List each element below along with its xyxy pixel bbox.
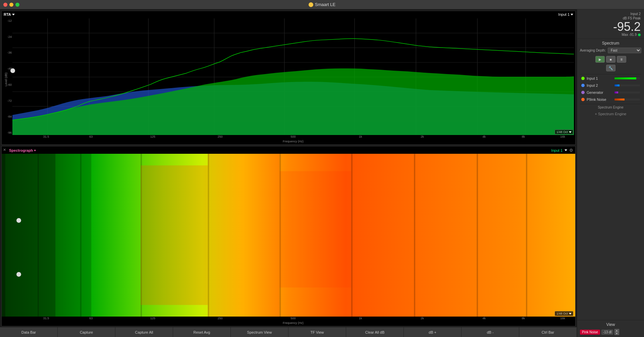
spectrograph-display (2, 154, 575, 317)
add-spectrum-engine-button[interactable]: + Spectrum Engine (580, 111, 641, 117)
tf-view-button[interactable]: TF View (288, 327, 346, 337)
app-icon (309, 2, 313, 7)
pink-noise-button[interactable]: Pink Noise (580, 330, 600, 335)
spectro-header: Spectrograph ♥ Input 1 ⚙ (4, 148, 573, 153)
svg-rect-21 (80, 154, 82, 317)
db-value-input[interactable] (601, 330, 613, 335)
level-meter-section: Input 2 dB FS Peak -95.2 Max -91.9 (577, 9, 644, 39)
titlebar: Smaart LE (0, 0, 644, 9)
rta-panel: RTA Input 1 -12 -24 -36 -48 -60 -72 -84 … (1, 11, 576, 145)
settings-button[interactable]: 🔧 (606, 65, 615, 71)
svg-rect-28 (526, 154, 527, 317)
view-controls: Pink Noise ▲ ▼ (580, 329, 641, 335)
main-layout: RTA Input 1 -12 -24 -36 -48 -60 -72 -84 … (0, 9, 644, 337)
spectro-x-axis: 31.5 63 125 250 500 1k 2k 4k 8k 16k Freq… (12, 317, 574, 326)
input1-meter (614, 77, 640, 79)
spectro-gear-icon[interactable]: ⚙ (569, 148, 573, 153)
svg-rect-29 (141, 165, 208, 305)
input1-dot (581, 77, 585, 80)
generator-dot (581, 91, 585, 94)
data-bar-button[interactable]: Data Bar (0, 327, 58, 337)
svg-rect-26 (414, 154, 415, 317)
pink-noise-meter (614, 98, 640, 100)
divider-2 (580, 104, 641, 104)
resolution-dropdown-icon[interactable] (569, 131, 572, 133)
rta-resolution-badge[interactable]: 1/48 Oct (555, 130, 573, 134)
svg-rect-17 (2, 154, 55, 317)
rta-dropdown-icon[interactable] (12, 14, 15, 15)
pink-noise-meter-fill (614, 98, 625, 100)
window-controls[interactable] (3, 3, 19, 7)
spectrum-title: Spectrum (580, 41, 641, 46)
svg-rect-31 (279, 171, 351, 287)
spectrograph-panel: ✕ Spectrograph ♥ Input 1 ⚙ (1, 146, 576, 326)
level-axis-label: Level (dB) (4, 72, 8, 86)
input-dropdown-icon[interactable] (571, 14, 573, 15)
input1-meter-fill (614, 77, 636, 79)
averaging-select[interactable]: Fast Slow 1 2 4 8 16 32 (608, 48, 641, 53)
capture-all-button[interactable]: Capture All (115, 327, 173, 337)
channel-row-generator: Generator (580, 90, 641, 95)
spectro-label: Spectrograph ♥ (9, 148, 36, 153)
svg-rect-20 (38, 154, 39, 317)
transport-controls: ▶ ■ ⏸ (580, 56, 641, 63)
spectrum-view-button[interactable]: Spectrum View (231, 327, 288, 337)
spectrum-section: Spectrum Averaging Depth: Fast Slow 1 2 … (577, 39, 644, 320)
svg-rect-30 (208, 154, 280, 317)
rta-input-select[interactable]: Input 1 (558, 12, 573, 16)
spectro-resolution-dropdown[interactable] (569, 313, 572, 315)
spectrum-engine-label: Spectrum Engine (598, 106, 624, 109)
level-input-label: Input 2 (630, 12, 641, 16)
minimize-button[interactable] (9, 3, 13, 7)
rta-header: RTA Input 1 (4, 12, 573, 16)
svg-rect-27 (477, 154, 478, 317)
channel-row-input1: Input 1 (580, 76, 641, 81)
averaging-row: Averaging Depth: Fast Slow 1 2 4 8 16 32 (580, 48, 641, 53)
spectrum-engine-row: Spectrum Engine (580, 106, 641, 109)
db-decrement-button[interactable]: ▼ (614, 332, 619, 335)
capture-button[interactable]: Capture (58, 327, 115, 337)
svg-rect-18 (55, 154, 91, 317)
input2-meter-fill (614, 84, 620, 86)
generator-meter-fill (614, 91, 618, 93)
spectro-input-dropdown[interactable] (565, 149, 567, 151)
reset-avg-button[interactable]: Reset Avg (173, 327, 231, 337)
level-max-row: Max -91.9 (581, 33, 641, 37)
play-button[interactable]: ▶ (595, 56, 605, 63)
svg-rect-19 (2, 154, 5, 317)
bottom-toolbar: Data Bar Capture Capture All Reset Avg S… (0, 327, 577, 337)
view-section: View Pink Noise ▲ ▼ (577, 320, 644, 337)
rta-label: RTA (4, 12, 15, 16)
ctrl-bar-button[interactable]: Ctrl Bar (519, 327, 577, 337)
spectro-input-label: Input 1 (551, 148, 562, 152)
rta-x-axis: 31.5 63 125 250 500 1k 2k 4k 8k 16k Freq… (12, 135, 574, 144)
input2-dot (581, 84, 585, 87)
generator-meter (614, 91, 640, 93)
close-button[interactable] (3, 3, 7, 7)
maximize-button[interactable] (15, 3, 19, 7)
right-panel: Input 2 dB FS Peak -95.2 Max -91.9 Spect… (577, 9, 644, 337)
level-status-dot (638, 33, 641, 36)
spectro-resolution-badge[interactable]: 1/48 Oct (555, 311, 573, 316)
db-plus-button[interactable]: dB + (404, 327, 462, 337)
view-title: View (580, 322, 641, 327)
clear-all-db-button[interactable]: Clear All dB (346, 327, 404, 337)
db-minus-button[interactable]: dB - (462, 327, 519, 337)
spectro-heart-icon: ♥ (34, 149, 36, 152)
db-stepper: ▲ ▼ (614, 329, 619, 335)
db-increment-button[interactable]: ▲ (614, 329, 619, 332)
wrench-row: 🔧 (580, 65, 641, 71)
rta-chart (12, 18, 574, 135)
stop-button[interactable]: ■ (606, 56, 615, 63)
center-area: RTA Input 1 -12 -24 -36 -48 -60 -72 -84 … (0, 9, 577, 337)
level-input-row: Input 2 (581, 12, 641, 16)
svg-rect-25 (351, 154, 353, 317)
app-title: Smaart LE (309, 2, 335, 7)
input2-meter (614, 84, 640, 86)
level-value: -95.2 (581, 21, 641, 33)
channel-row-pink-noise: P9ink Noise (580, 97, 641, 102)
pause-button[interactable]: ⏸ (617, 56, 626, 63)
divider-1 (580, 74, 641, 74)
pink-noise-dot (581, 98, 585, 101)
spectro-controls: Input 1 ⚙ (551, 148, 573, 153)
